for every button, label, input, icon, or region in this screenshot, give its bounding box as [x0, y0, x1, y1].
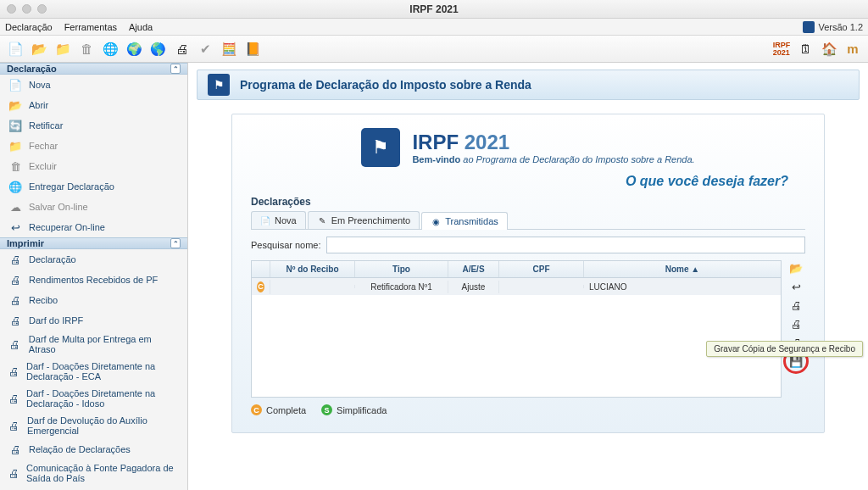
sidebar-item[interactable]: ↩Recuperar On-line: [0, 217, 187, 237]
zoom-window-icon[interactable]: [37, 4, 47, 14]
m-icon[interactable]: m: [844, 41, 861, 58]
col-tipo[interactable]: Tipo: [355, 261, 448, 277]
welcome-question: O que você deseja fazer?: [251, 174, 788, 189]
new-icon[interactable]: 📄: [7, 41, 24, 58]
restore-action-icon[interactable]: ↩: [788, 279, 804, 294]
open-action-icon[interactable]: 📂: [788, 260, 804, 276]
sidebar-item-icon: 🖨: [8, 253, 22, 266]
sidebar-item-icon: 🔄: [8, 119, 22, 132]
tab-label: Em Preenchimento: [331, 215, 411, 226]
print1-action-icon[interactable]: 🖨: [788, 298, 804, 313]
world-icon[interactable]: 🌎: [149, 41, 166, 58]
sidebar-item[interactable]: ☁Salvar On-line: [0, 197, 187, 217]
sidebar-item-icon: 📁: [8, 139, 22, 153]
sidebar-item-icon: 🖨: [8, 419, 20, 432]
sidebar-item-icon: 🖨: [8, 392, 19, 405]
col-nome[interactable]: Nome ▲: [584, 261, 781, 277]
sidebar-item[interactable]: 📁Fechar: [0, 136, 187, 156]
sidebar-item-label: Retificar: [29, 120, 63, 131]
search-input[interactable]: [326, 237, 805, 253]
sidebar-item-label: Comunicação à Fonte Pagadora de Saída do…: [26, 463, 179, 483]
receita-logo-icon: ⚑: [208, 74, 230, 96]
collapse-icon[interactable]: ⌃: [170, 238, 181, 248]
sidebar-item[interactable]: 🌐Entregar Declaração: [0, 176, 187, 197]
board-icon[interactable]: 🗓: [797, 41, 814, 58]
tab-em-preenchimento[interactable]: ✎Em Preenchimento: [308, 211, 420, 229]
declarations-tabs: 📄Nova✎Em Preenchimento◉Transmitidas: [251, 211, 805, 230]
folder-icon[interactable]: 📁: [54, 41, 71, 58]
col-cpf[interactable]: CPF: [499, 261, 584, 277]
sidebar-item[interactable]: 🖨Informe de Rendimentos: [0, 487, 187, 490]
menu-ajuda[interactable]: Ajuda: [129, 22, 153, 32]
sidebar-item-label: Recibo: [29, 295, 58, 305]
sidebar-item-icon: 🖨: [8, 365, 19, 378]
print2-action-icon[interactable]: 🖨: [788, 316, 804, 331]
declarations-label: Declarações: [251, 196, 805, 208]
sidebar-item[interactable]: 🖨Darf - Doações Diretamente na Declaraçã…: [0, 358, 187, 385]
sidebar-item[interactable]: 🖨Darf de Devolução do Auxílio Emergencia…: [0, 412, 187, 439]
calc-icon[interactable]: 🧮: [220, 41, 237, 58]
irpf-logo-icon[interactable]: IRPF2021: [773, 41, 790, 58]
sidebar-item[interactable]: 📄Nova: [0, 75, 187, 95]
sidebar-item[interactable]: 🔄Retificar: [0, 115, 187, 136]
welcome-rest: ao Programa de Declaração do Imposto sob…: [460, 154, 694, 164]
sidebar-item-label: Rendimentos Recebidos de PF: [29, 275, 158, 285]
sidebar-item-label: Abrir: [29, 100, 48, 110]
sidebar-item[interactable]: 🖨Recibo: [0, 290, 187, 310]
tab-icon: 📄: [260, 215, 270, 226]
sidebar-item[interactable]: 🗑Excluir: [0, 156, 187, 176]
sidebar-item[interactable]: 🖨Declaração: [0, 249, 187, 270]
globe-send-icon[interactable]: 🌐: [102, 41, 119, 58]
welcome-panel: ⚑ IRPF 2021 Bem-vindo ao Programa de Dec…: [231, 114, 825, 433]
sidebar-section-declaracao-title: Declaração: [7, 64, 57, 74]
sidebar-item[interactable]: 🖨Relação de Declarações: [0, 439, 187, 459]
cell-recibo: [270, 285, 355, 288]
sidebar-item-icon: 🖨: [8, 466, 19, 480]
sidebar-item-icon: 🖨: [8, 293, 22, 307]
tab-transmitidas[interactable]: ◉Transmitidas: [421, 212, 508, 230]
print-icon[interactable]: 🖨: [173, 41, 190, 58]
sidebar-item-icon: 🖨: [8, 314, 22, 327]
menu-declaracao[interactable]: Declaração: [5, 22, 53, 32]
sidebar-section-declaracao-header[interactable]: Declaração ⌃: [0, 63, 187, 75]
sidebar-section-imprimir-header[interactable]: Imprimir ⌃: [0, 237, 187, 249]
sidebar-item[interactable]: 🖨Rendimentos Recebidos de PF: [0, 270, 187, 290]
sidebar-item-label: Nova: [29, 80, 51, 90]
globe-alt-icon[interactable]: 🌍: [125, 41, 142, 58]
sidebar-item[interactable]: 🖨Darf de Multa por Entrega em Atraso: [0, 331, 187, 358]
sidebar-item-icon: 📄: [8, 78, 22, 92]
help-book-icon[interactable]: 📙: [244, 41, 261, 58]
sidebar-item[interactable]: 🖨Darf - Doações Diretamente na Declaraçã…: [0, 385, 187, 412]
menu-ferramentas[interactable]: Ferramentas: [64, 22, 117, 32]
home-icon[interactable]: 🏠: [821, 41, 837, 58]
main-toolbar: 📄 📂 📁 🗑 🌐 🌍 🌎 🖨 ✔ 🧮 📙 IRPF2021 🗓 🏠 m: [0, 36, 868, 63]
sidebar-item[interactable]: 🖨Comunicação à Fonte Pagadora de Saída d…: [0, 459, 187, 487]
minimize-window-icon[interactable]: [22, 4, 31, 14]
open-icon[interactable]: 📂: [31, 41, 47, 58]
sidebar-item-icon: 🗑: [8, 159, 22, 173]
sidebar-item-icon: 🖨: [8, 273, 22, 287]
cell-tipo: Retificadora Nº1: [355, 281, 448, 293]
table-row[interactable]: CRetificadora Nº1AjusteLUCIANO: [252, 278, 781, 295]
declarations-table: Nº do Recibo Tipo A/E/S CPF Nome ▲ CReti…: [251, 260, 782, 398]
collapse-icon[interactable]: ⌃: [170, 64, 181, 74]
legend-simplificada: SSimplificada: [321, 404, 387, 415]
check-icon[interactable]: ✔: [197, 41, 214, 58]
col-badge[interactable]: [252, 261, 270, 277]
row-badge-icon: C: [257, 281, 264, 292]
welcome-lead: Bem-vindo: [412, 154, 460, 164]
sidebar: Declaração ⌃ 📄Nova📂Abrir🔄Retificar📁Fecha…: [0, 63, 188, 490]
col-aes[interactable]: A/E/S: [448, 261, 499, 277]
sidebar-item-label: Darf de Devolução do Auxílio Emergencial: [27, 415, 179, 436]
sidebar-item[interactable]: 📂Abrir: [0, 95, 187, 115]
close-window-icon[interactable]: [7, 4, 16, 14]
simplificada-badge-icon: S: [321, 404, 332, 415]
version-icon: [803, 21, 815, 33]
tab-label: Transmitidas: [445, 216, 498, 226]
tab-nova[interactable]: 📄Nova: [251, 211, 306, 229]
trash-icon[interactable]: 🗑: [78, 41, 95, 58]
sidebar-item-label: Excluir: [29, 161, 57, 171]
table-actions: 📂 ↩ 🖨 🖨 🖨 💾: [787, 260, 805, 398]
col-recibo[interactable]: Nº do Recibo: [270, 261, 355, 277]
sidebar-item[interactable]: 🖨Darf do IRPF: [0, 310, 187, 331]
